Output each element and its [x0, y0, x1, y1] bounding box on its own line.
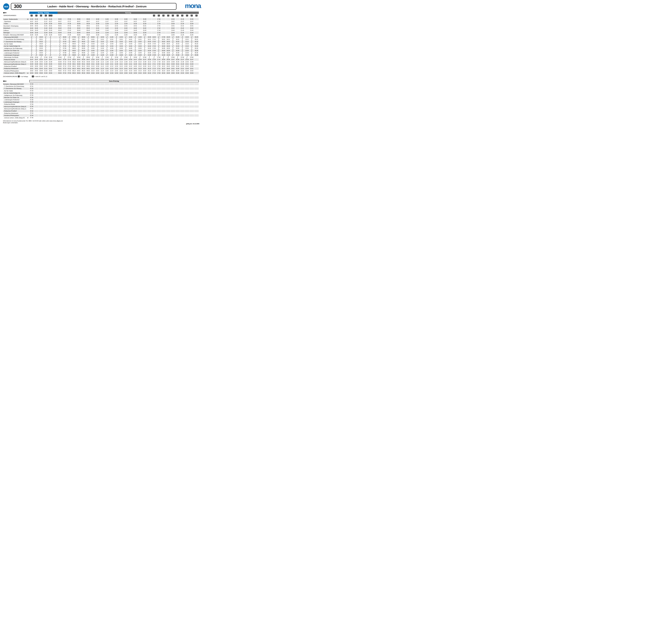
time-cell: 11.10 — [100, 61, 104, 63]
time-cell: 14.51 — [133, 67, 138, 70]
no-stop-wavy-icon — [67, 47, 71, 49]
time-cell: 07.46 — [29, 117, 34, 119]
time-cell-empty — [171, 108, 175, 110]
time-cell: 08.47 — [76, 58, 81, 61]
time-cell: 17.45 — [157, 34, 161, 36]
time-cell: 09.45 — [86, 34, 90, 36]
time-cell: 20.35 — [176, 47, 180, 49]
time-cell-empty — [161, 90, 166, 92]
time-cell-empty — [180, 83, 185, 85]
time-cell: 18.10 — [161, 61, 166, 63]
time-cell-empty — [138, 25, 142, 27]
time-cell-empty — [185, 23, 189, 25]
station-cell: - T.-Dannheimer-Str./Vilsweg — [3, 40, 29, 43]
time-cell: 11.04 — [100, 45, 104, 47]
time-cell-empty — [58, 105, 62, 108]
no-stop-wavy-icon — [171, 40, 175, 43]
time-cell-empty — [157, 103, 161, 105]
time-cell-empty — [147, 114, 152, 117]
time-cell: 13.49 — [124, 63, 128, 65]
time-cell-empty — [105, 83, 109, 85]
time-cell: 17.08 — [152, 54, 156, 56]
hinweis-cell-empty — [128, 14, 133, 16]
time-cell-empty — [152, 18, 156, 20]
time-cell-empty — [152, 110, 156, 112]
time-cell-empty — [95, 87, 100, 90]
time-cell-empty — [171, 112, 175, 114]
time-cell: 17.03 — [152, 43, 156, 45]
hinweis-cell-empty — [62, 14, 67, 16]
time-cell-empty — [72, 94, 76, 96]
time-cell: 13.50 — [124, 65, 128, 67]
time-cell-empty — [166, 87, 171, 90]
hinweis-cell-empty — [53, 14, 57, 16]
time-cell: 17.37 — [157, 20, 161, 22]
no-stop-wavy-icon — [48, 49, 53, 52]
time-cell-empty — [161, 114, 166, 117]
no-stop-wavy-icon — [114, 47, 119, 49]
time-cell: 18.16 — [161, 72, 166, 74]
time-cell-empty — [119, 108, 124, 110]
time-cell-empty — [157, 92, 161, 94]
time-cell-empty — [67, 83, 71, 85]
time-cell-empty — [171, 96, 175, 98]
time-cell-empty — [143, 96, 147, 98]
time-cell-empty — [138, 96, 142, 98]
no-stop-wavy-icon — [124, 43, 128, 45]
station-cell: - Rottachstr./Friedhof — [3, 110, 29, 112]
time-cell: 08.36 — [76, 18, 81, 20]
time-cell-empty — [72, 18, 76, 20]
time-cell: 17.54 — [157, 72, 161, 74]
time-cell-empty — [105, 117, 109, 119]
time-cell: 17.49 — [157, 63, 161, 65]
time-cell-empty — [124, 92, 128, 94]
time-cell-empty — [76, 92, 81, 94]
time-cell: 23.48 — [48, 61, 53, 63]
time-cell-empty — [72, 29, 76, 31]
no-stop-wavy-icon — [95, 43, 100, 45]
time-cell-empty — [185, 105, 189, 108]
time-cell: 13.59 — [128, 36, 133, 38]
time-cell: 09.37 — [86, 20, 90, 22]
time-cell-empty — [100, 87, 104, 90]
time-cell-empty — [119, 96, 124, 98]
time-cell-empty — [128, 103, 133, 105]
time-cell-empty — [53, 49, 57, 52]
hinweis-cell-empty — [95, 14, 100, 16]
station-row: - Lotterbergstr./Fohlenhof07.36 — [3, 99, 199, 101]
no-stop-wavy-icon — [190, 47, 194, 49]
time-cell-empty — [128, 99, 133, 101]
hs-badge: HS — [40, 15, 42, 16]
time-cell: 11.01 — [100, 38, 104, 40]
time-cell-empty — [185, 20, 189, 22]
time-cell-empty — [53, 23, 57, 25]
time-cell-empty — [124, 110, 128, 112]
time-cell-empty — [166, 103, 171, 105]
time-cell-empty — [86, 101, 90, 103]
no-stop-wavy-icon — [180, 54, 185, 56]
no-stop-wavy-icon — [114, 49, 119, 52]
time-cell-empty — [48, 92, 53, 94]
time-cell: 13.42 — [124, 27, 128, 29]
time-cell: 15.08 — [138, 54, 142, 56]
time-cell: 18.44 — [29, 31, 34, 34]
hinweis-cell-empty — [114, 14, 119, 16]
time-cell-empty — [194, 90, 199, 92]
time-cell: 10.46 — [95, 56, 100, 58]
no-stop-wavy-icon — [86, 40, 90, 43]
time-cell: 12.11 — [110, 63, 114, 65]
no-stop-wavy-icon — [29, 43, 34, 45]
time-cell: 08.42 — [76, 27, 81, 29]
time-cell: 12.06 — [110, 52, 114, 54]
time-cell-empty — [76, 85, 81, 87]
time-cell-empty — [110, 85, 114, 87]
time-cell-empty — [100, 96, 104, 98]
time-cell: 07.42 — [29, 110, 34, 112]
no-stop-wavy-icon — [105, 36, 109, 38]
time-cell: 08.54 — [76, 72, 81, 74]
hs-badge: HS — [45, 15, 47, 16]
station-name: Zollhaus — [3, 30, 9, 31]
time-cell: 18.06 — [161, 52, 166, 54]
time-cell: 18.41 — [166, 63, 171, 65]
time-cell-empty — [81, 23, 86, 25]
